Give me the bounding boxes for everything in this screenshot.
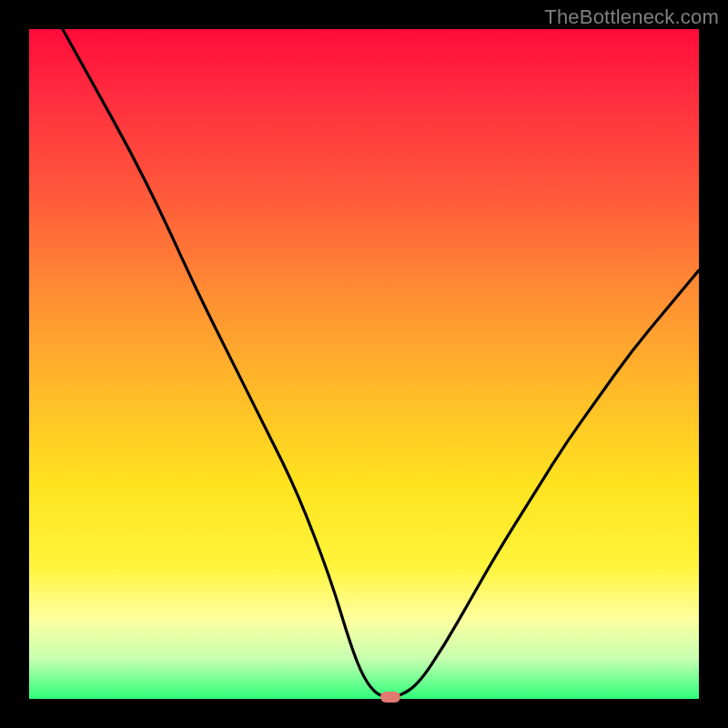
- bottleneck-curve: [29, 29, 699, 699]
- minimum-marker: [380, 692, 400, 703]
- chart-frame: TheBottleneck.com: [0, 0, 728, 728]
- plot-area: [29, 29, 699, 699]
- watermark-text: TheBottleneck.com: [544, 5, 719, 29]
